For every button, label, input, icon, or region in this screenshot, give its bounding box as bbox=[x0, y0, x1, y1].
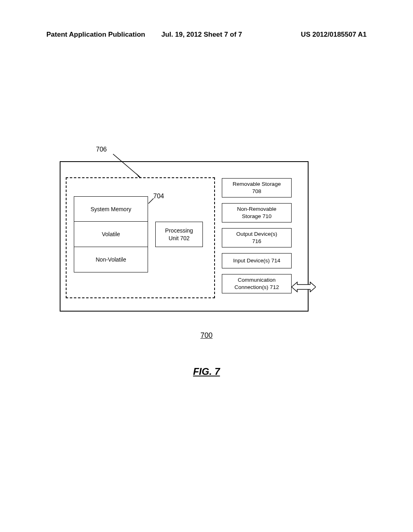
system-memory-volatile: Volatile bbox=[74, 222, 148, 247]
header-left: Patent Application Publication bbox=[46, 31, 145, 39]
double-arrow-icon bbox=[292, 279, 316, 295]
non-removable-storage-box: Non-Removable Storage 710 bbox=[222, 203, 292, 222]
system-memory-header: System Memory bbox=[74, 196, 148, 222]
right-column: Removable Storage 708 Non-Removable Stor… bbox=[222, 178, 292, 299]
system-memory-nonvolatile: Non-Volatile bbox=[74, 247, 148, 272]
label-706: 706 bbox=[96, 146, 107, 153]
figure-label: FIG. 7 bbox=[0, 366, 413, 377]
header-mid: Jul. 19, 2012 Sheet 7 of 7 bbox=[161, 31, 242, 39]
processing-unit-box: Processing Unit 702 bbox=[155, 222, 203, 247]
non-removable-storage-label: Non-Removable Storage 710 bbox=[237, 206, 277, 220]
removable-storage-label: Removable Storage 708 bbox=[233, 181, 281, 195]
input-devices-label: Input Device(s) 714 bbox=[233, 257, 280, 264]
leader-line-704 bbox=[148, 198, 154, 204]
system-memory-stack: System Memory Volatile Non-Volatile bbox=[74, 196, 148, 272]
reference-700: 700 bbox=[0, 331, 413, 340]
communication-connections-box: Communication Connection(s) 712 bbox=[222, 274, 292, 293]
header-right: US 2012/0185507 A1 bbox=[301, 31, 367, 39]
removable-storage-box: Removable Storage 708 bbox=[222, 178, 292, 197]
input-devices-box: Input Device(s) 714 bbox=[222, 253, 292, 268]
label-704: 704 bbox=[153, 193, 164, 200]
communication-connections-label: Communication Connection(s) 712 bbox=[234, 276, 279, 291]
page: Patent Application Publication Jul. 19, … bbox=[0, 0, 413, 532]
processing-unit-label: Processing Unit 702 bbox=[165, 227, 193, 241]
output-devices-box: Output Device(s) 716 bbox=[222, 228, 292, 247]
svg-line-2 bbox=[148, 198, 154, 204]
svg-marker-3 bbox=[292, 282, 316, 292]
output-devices-label: Output Device(s) 716 bbox=[236, 231, 277, 245]
